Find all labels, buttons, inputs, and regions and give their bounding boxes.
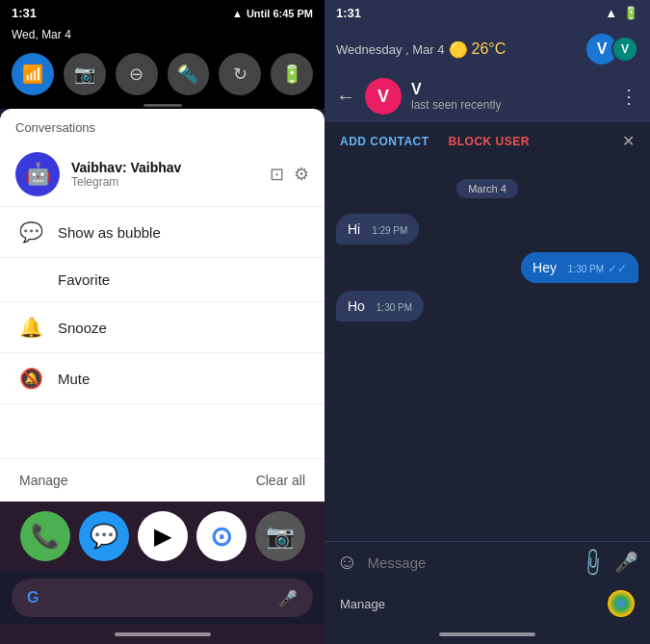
notif-settings-icon[interactable]: ⚙	[294, 164, 309, 185]
notif-subtitle: Telegram	[71, 175, 258, 189]
msg-bubble-received-1: Hi 1:29 PM	[336, 214, 419, 245]
menu-item-bubble-label: Show as bubble	[58, 224, 161, 241]
flashlight-toggle[interactable]: 🔦	[168, 53, 210, 95]
bluetooth-toggle[interactable]: 📷	[64, 53, 106, 95]
notification-item[interactable]: 🤖 Vaibhav: Vaibhav Telegram ⊡ ⚙	[0, 142, 325, 207]
dnd-toggle[interactable]: ⊖	[116, 53, 158, 95]
menu-item-mute[interactable]: 🔕 Mute	[0, 353, 325, 404]
signal-icon: ▲	[605, 6, 617, 20]
manage-bar: Manage Clear all	[0, 458, 325, 502]
status-bar-left: 1:31 ▲ Until 6:45 PM	[0, 0, 325, 26]
battery-icon-right: 🔋	[623, 6, 638, 20]
battery-text-left: Until 6:45 PM	[247, 8, 313, 19]
flashlight-icon: 🔦	[177, 64, 198, 85]
dock-camera-icon[interactable]: 📷	[255, 511, 305, 561]
snooze-icon: 🔔	[19, 316, 42, 339]
add-contact-button[interactable]: ADD CONTACT	[340, 135, 429, 148]
notif-actions: ⊡ ⚙	[270, 164, 309, 185]
date-weather-label: Wednesday , Mar 4	[336, 42, 445, 57]
google-mic-icon[interactable]: 🎤	[278, 589, 298, 607]
msg-bubble-received-3: Ho 1:30 PM	[336, 291, 424, 322]
menu-item-favorite-label: Favorite	[58, 271, 110, 288]
chrome-icon: ⊙	[210, 521, 232, 553]
conversations-label: Conversations	[15, 120, 95, 135]
date-label: Wed, Mar 4	[12, 28, 71, 41]
message-received-1: Hi 1:29 PM	[336, 214, 638, 245]
back-button[interactable]: ←	[336, 86, 355, 108]
chat-menu-icon[interactable]: ⋮	[619, 85, 638, 108]
avatar-letter: V	[597, 40, 608, 58]
phone-icon: 📞	[31, 523, 60, 550]
avatar-secondary: V	[611, 36, 638, 63]
divider-line	[143, 104, 182, 107]
notif-info: Vaibhav: Vaibhav Telegram	[71, 160, 258, 189]
status-time-right: 1:31	[336, 6, 361, 20]
chat-user-status: last seen recently	[411, 98, 610, 112]
quick-settings-row: 📶 📷 ⊖ 🔦 ↻ 🔋	[0, 47, 325, 105]
google-search-bar[interactable]: G 🎤	[12, 579, 313, 617]
home-indicator-right	[325, 625, 650, 644]
google-g-logo: G	[27, 589, 39, 606]
dock-messages-icon[interactable]: 💬	[79, 511, 129, 561]
message-input[interactable]	[367, 554, 571, 571]
notif-mute-icon[interactable]: ⊡	[270, 164, 284, 185]
notif-title: Vaibhav: Vaibhav	[71, 160, 258, 175]
msg-text-3: Ho	[348, 298, 365, 314]
day-name: Wednesday	[336, 42, 402, 57]
block-user-button[interactable]: BLOCK USER	[449, 135, 530, 148]
bubble-icon: 💬	[19, 220, 42, 244]
wifi-status-icon: ▲	[232, 8, 243, 19]
chat-user-name: V	[411, 81, 610, 98]
menu-item-favorite[interactable]: Favorite	[0, 258, 325, 302]
msg-text-2: Hey	[533, 260, 557, 275]
left-panel: 1:31 ▲ Until 6:45 PM Wed, Mar 4 📶 📷 ⊖ 🔦 …	[0, 0, 325, 644]
date-bar: Wed, Mar 4	[0, 26, 325, 47]
conversations-header: Conversations	[0, 109, 325, 142]
notification-avatar: 🤖	[15, 152, 60, 196]
msg-time-3: 1:30 PM	[377, 302, 412, 313]
emoji-button[interactable]: ☺	[336, 550, 357, 575]
play-store-icon: ▶	[154, 523, 171, 550]
weather-dot: 🟡	[449, 40, 468, 59]
avatar-secondary-letter: V	[621, 42, 629, 56]
mute-icon: 🔕	[19, 367, 42, 390]
right-panel: 1:31 ▲ 🔋 Wednesday , Mar 4 🟡 26°C V V ← …	[325, 0, 650, 644]
chat-messages-area: March 4 Hi 1:29 PM Hey 1:30 PM ✓✓ Ho 1:3…	[325, 160, 650, 541]
temperature: 26°C	[472, 40, 507, 58]
menu-item-bubble[interactable]: 💬 Show as bubble	[0, 207, 325, 258]
chat-toolbar: ← V V last seen recently ⋮	[325, 70, 650, 122]
status-icons-right: ▲ 🔋	[605, 6, 638, 20]
dock-phone-icon[interactable]: 📞	[20, 511, 70, 561]
message-sent-2: Hey 1:30 PM ✓✓	[336, 252, 638, 283]
read-receipts-icon: ✓✓	[608, 262, 627, 275]
header-avatars: V V	[585, 32, 638, 66]
dock-play-icon[interactable]: ▶	[138, 511, 188, 561]
message-received-3: Ho 1:30 PM	[336, 291, 638, 322]
bottom-manage-bar: Manage	[325, 582, 650, 625]
menu-item-snooze[interactable]: 🔔 Snooze	[0, 302, 325, 353]
rotate-icon: ↻	[233, 64, 247, 85]
mic-button[interactable]: 🎤	[614, 551, 638, 574]
clear-all-button[interactable]: Clear all	[256, 473, 305, 488]
dock-chrome-icon[interactable]: ⊙	[196, 511, 247, 561]
rotate-toggle[interactable]: ↻	[219, 53, 261, 95]
status-bar-right: 1:31 ▲ 🔋	[325, 0, 650, 26]
manage-label: Manage	[340, 597, 385, 611]
home-bar-left	[115, 632, 211, 636]
attachment-button[interactable]: 📎	[576, 546, 610, 580]
battery-saver-icon: 🔋	[281, 64, 302, 85]
wifi-toggle[interactable]: 📶	[12, 53, 54, 95]
chat-user-info: V last seen recently	[411, 81, 610, 112]
status-icons-left: ▲ Until 6:45 PM	[232, 8, 313, 19]
camera-icon: 📷	[266, 523, 295, 550]
messages-icon: 💬	[90, 523, 118, 550]
contact-bar-close-button[interactable]: ✕	[622, 132, 635, 150]
home-indicator-left	[0, 625, 325, 644]
status-time-left: 1:31	[12, 6, 37, 20]
chat-date-header: Wednesday , Mar 4 🟡 26°C V V	[325, 26, 650, 70]
manage-button[interactable]: Manage	[19, 473, 68, 488]
date-divider: March 4	[336, 179, 638, 198]
battery-saver-toggle[interactable]: 🔋	[271, 53, 313, 95]
menu-item-mute-label: Mute	[58, 371, 90, 387]
notification-card: Conversations 🤖 Vaibhav: Vaibhav Telegra…	[0, 109, 325, 502]
